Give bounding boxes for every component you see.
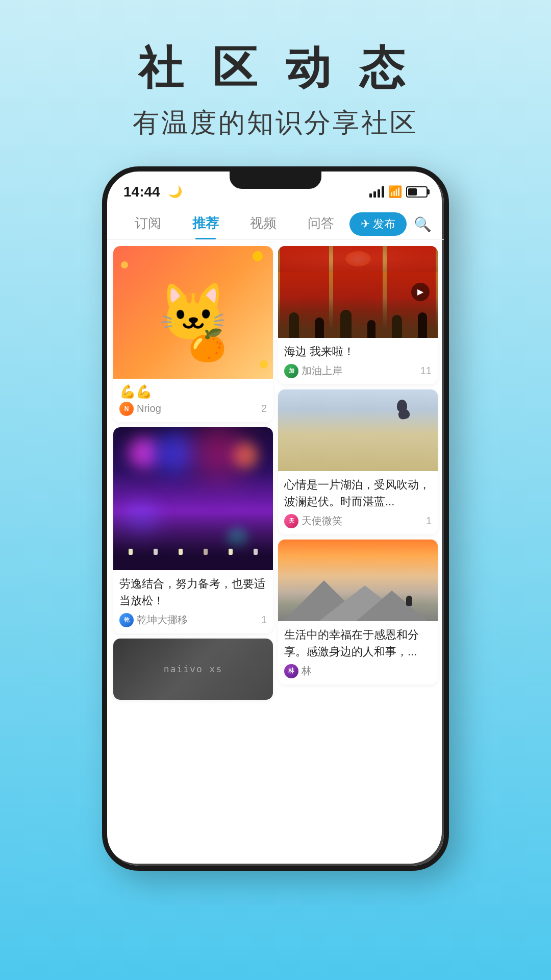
- card-cat-author: N Nriog: [119, 402, 161, 416]
- card-beach-title: 海边 我来啦！: [284, 343, 432, 360]
- phone-mockup: 14:44 🌙 📶 订阅 推荐: [0, 166, 551, 871]
- sand-image: [278, 389, 438, 471]
- card-sand-body: 心情是一片湖泊，受风吹动，波澜起伏。时而湛蓝... 天 天使微笑 1: [278, 471, 438, 534]
- card-sand-count: 1: [426, 515, 432, 527]
- content-grid: 🐱 🍊 💪💪 N Nriog: [107, 240, 444, 863]
- tab-subscribe[interactable]: 订阅: [119, 209, 177, 239]
- card-cat-count: 2: [261, 403, 267, 414]
- author-name-nriog: Nriog: [137, 403, 161, 414]
- tab-video[interactable]: 视频: [235, 209, 292, 239]
- card-concert[interactable]: 劳逸结合，努力备考，也要适当放松！ 乾 乾坤大挪移 1: [113, 427, 273, 633]
- moon-icon: 🌙: [168, 185, 182, 199]
- card-mountain-author: 林 林: [284, 664, 312, 678]
- card-sand-title: 心情是一片湖泊，受风吹动，波澜起伏。时而湛蓝...: [284, 476, 432, 510]
- card-partial[interactable]: naiivo xs: [113, 639, 273, 700]
- card-concert-author: 乾 乾坤大挪移: [119, 613, 188, 627]
- author-name-beach: 加油上岸: [302, 364, 342, 378]
- card-concert-title: 劳逸结合，努力备考，也要适当放松！: [119, 575, 267, 609]
- card-cat[interactable]: 🐱 🍊 💪💪 N Nriog: [113, 246, 273, 422]
- hero-title: 社 区 动 态: [0, 41, 551, 95]
- tab-qa[interactable]: 问答: [292, 209, 349, 239]
- status-time: 14:44: [123, 184, 160, 200]
- left-column: 🐱 🍊 💪💪 N Nriog: [113, 246, 273, 856]
- author-name-mountain: 林: [302, 664, 312, 678]
- card-beach[interactable]: ▶ 海边 我来啦！ 加 加油上岸 11: [278, 246, 438, 384]
- tab-recommend[interactable]: 推荐: [177, 209, 235, 239]
- author-name-concert: 乾坤大挪移: [137, 613, 188, 627]
- author-avatar-concert: 乾: [119, 613, 134, 627]
- card-sand-author: 天 天使微笑: [284, 514, 342, 528]
- wifi-icon: 📶: [388, 185, 402, 199]
- cat-image: 🐱 🍊: [113, 246, 273, 379]
- partial-image: naiivo xs: [113, 639, 273, 700]
- mountain-image: [278, 540, 438, 621]
- hero-subtitle: 有温度的知识分享社区: [0, 105, 551, 141]
- card-mountain-footer: 林 林: [284, 664, 432, 678]
- hero-section: 社 区 动 态 有温度的知识分享社区: [0, 0, 551, 166]
- search-button[interactable]: 🔍: [414, 216, 432, 233]
- concert-image: [113, 427, 273, 570]
- card-beach-author: 加 加油上岸: [284, 364, 342, 378]
- card-cat-footer: N Nriog 2: [119, 402, 267, 416]
- card-beach-body: 海边 我来啦！ 加 加油上岸 11: [278, 338, 438, 384]
- battery-icon: [406, 186, 428, 198]
- card-cat-body: 💪💪 N Nriog 2: [113, 379, 273, 422]
- card-concert-count: 1: [261, 614, 267, 626]
- card-sand-footer: 天 天使微笑 1: [284, 514, 432, 528]
- card-cat-emoji: 💪💪: [119, 384, 267, 400]
- author-avatar-mountain: 林: [284, 664, 298, 678]
- card-mountain[interactable]: 生活中的幸福在于感恩和分享。感激身边的人和事，... 林 林: [278, 540, 438, 684]
- card-beach-footer: 加 加油上岸 11: [284, 364, 432, 378]
- right-column: ▶ 海边 我来啦！ 加 加油上岸 11: [278, 246, 438, 856]
- card-beach-count: 11: [420, 365, 432, 377]
- author-avatar-sand: 天: [284, 514, 298, 528]
- author-name-sand: 天使微笑: [302, 514, 342, 528]
- nav-tabs: 订阅 推荐 视频 问答 ✈ 推荐 发布 🔍: [107, 204, 444, 240]
- card-sand[interactable]: 心情是一片湖泊，受风吹动，波澜起伏。时而湛蓝... 天 天使微笑 1: [278, 389, 438, 534]
- card-concert-footer: 乾 乾坤大挪移 1: [119, 613, 267, 627]
- card-mountain-body: 生活中的幸福在于感恩和分享。感激身边的人和事，... 林 林: [278, 621, 438, 684]
- signal-icon: [369, 186, 384, 198]
- video-play-icon[interactable]: ▶: [411, 283, 430, 301]
- publish-icon: ✈: [361, 217, 370, 231]
- card-concert-body: 劳逸结合，努力备考，也要适当放松！ 乾 乾坤大挪移 1: [113, 570, 273, 633]
- author-avatar-beach: 加: [284, 364, 298, 378]
- card-mountain-title: 生活中的幸福在于感恩和分享。感激身边的人和事，...: [284, 626, 432, 660]
- status-bar: 14:44 🌙 📶: [107, 177, 444, 204]
- status-icons: 📶: [369, 185, 428, 199]
- phone-screen: 14:44 🌙 📶 订阅 推荐: [102, 166, 449, 871]
- publish-button[interactable]: ✈ 推荐 发布: [349, 212, 407, 236]
- author-avatar-nriog: N: [119, 402, 134, 416]
